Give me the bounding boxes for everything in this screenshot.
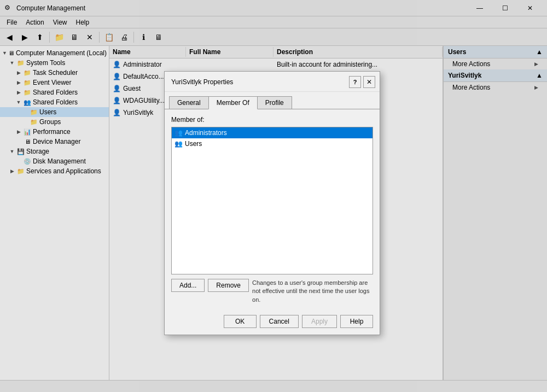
user-icon-guest: 👤: [113, 85, 121, 92]
apply-button[interactable]: Apply: [302, 315, 337, 328]
delete-button[interactable]: ✕: [83, 30, 97, 44]
header-name[interactable]: Name: [109, 47, 186, 57]
actions-more-actions-yurisvitlyk-label: More Actions: [452, 84, 490, 91]
toolbar-separator-2: [99, 32, 100, 43]
forward-button[interactable]: ▶: [18, 30, 32, 44]
tree-item-storage[interactable]: ▼ 💾 Storage: [0, 147, 109, 156]
tab-general[interactable]: General: [169, 96, 209, 109]
tree-label-event-viewer: Event Viewer: [33, 79, 71, 86]
folder-icon-services-apps: 📁: [16, 167, 25, 175]
ok-button[interactable]: OK: [224, 315, 257, 328]
tree-label-groups: Groups: [39, 118, 61, 126]
actions-section-title-users: Users: [448, 48, 466, 56]
tree-item-event-viewer[interactable]: ▶ 📁 Event Viewer: [0, 78, 109, 87]
list-row-administrator[interactable]: 👤 Administrator Built-in account for adm…: [109, 58, 443, 71]
folder-icon-storage: 💾: [16, 147, 25, 156]
member-list-item-users[interactable]: 👥 Users: [172, 138, 373, 149]
user-icon-wdagutility: 👤: [113, 97, 121, 104]
properties-button[interactable]: 📋: [102, 30, 116, 44]
group-icon-users: 👥: [174, 139, 183, 148]
folder-icon-shared-folders: 📁: [23, 88, 32, 97]
tree-item-users[interactable]: 📁 Users: [0, 107, 109, 117]
tree-item-task-scheduler[interactable]: ▶ 📁 Task Scheduler: [0, 68, 109, 78]
menu-file[interactable]: File: [2, 17, 21, 27]
remove-button[interactable]: Remove: [208, 279, 249, 292]
tree-label-disk-management: Disk Management: [33, 157, 86, 165]
tree-label-users: Users: [39, 108, 56, 116]
tree-toggle-storage: ▼: [9, 149, 15, 154]
mmc-button[interactable]: 🖥: [152, 30, 166, 44]
tree-root-label: Computer Management (Local): [16, 49, 107, 57]
tree-item-local-users[interactable]: ▼ 👥 Shared Folders: [0, 97, 109, 107]
tree-item-services-apps[interactable]: ▶ 📁 Services and Applications: [0, 166, 109, 176]
toolbar-separator-3: [133, 32, 134, 43]
member-list[interactable]: 👥 Administrators 👥 Users: [171, 127, 373, 274]
connect-button[interactable]: 🖥: [67, 30, 82, 44]
header-description[interactable]: Description: [274, 47, 443, 57]
tree-root[interactable]: ▼ 🖥 Computer Management (Local): [0, 48, 109, 58]
tree-label-local-users: Shared Folders: [33, 98, 78, 106]
member-of-label: Member of:: [171, 116, 373, 124]
actions-panel: Users ▲ More Actions ▶ YuriSvitlyk ▲ Mor…: [443, 46, 547, 380]
add-button[interactable]: Add...: [171, 279, 205, 292]
back-button[interactable]: ◀: [2, 30, 16, 44]
minimize-button[interactable]: —: [467, 0, 492, 16]
help-toolbar-button[interactable]: ℹ: [136, 30, 150, 44]
toolbar-separator-1: [49, 32, 50, 43]
tree-toggle-performance: ▶: [15, 129, 22, 134]
close-button[interactable]: ✕: [517, 0, 543, 16]
app-icon: ⚙: [4, 4, 13, 13]
tree-label-system-tools: System Tools: [26, 59, 65, 67]
tab-profile[interactable]: Profile: [257, 96, 292, 109]
tree-toggle-services-apps: ▶: [9, 168, 15, 174]
actions-more-actions-users-arrow: ▶: [534, 61, 538, 67]
user-icon-administrator: 👤: [113, 61, 121, 68]
row-desc-administrator: Built-in account for administering...: [274, 60, 443, 69]
actions-section-chevron-users: ▲: [536, 48, 543, 56]
member-item-label-administrators: Administrators: [185, 129, 227, 137]
icon-device-manager: 🖥: [23, 137, 32, 146]
member-list-item-administrators[interactable]: 👥 Administrators: [172, 127, 373, 138]
list-header: Name Full Name Description: [109, 46, 443, 58]
actions-more-actions-yurisvitlyk[interactable]: More Actions ▶: [444, 82, 547, 93]
tree-label-storage: Storage: [26, 148, 49, 155]
menu-action[interactable]: Action: [21, 17, 48, 27]
tree-item-device-manager[interactable]: 🖥 Device Manager: [0, 137, 109, 147]
user-icon-yurisvitlyk: 👤: [113, 109, 121, 116]
window-controls: — ☐ ✕: [467, 0, 543, 16]
print-button[interactable]: 🖨: [117, 30, 131, 44]
open-button[interactable]: 📁: [52, 30, 66, 44]
cancel-button[interactable]: Cancel: [260, 315, 299, 328]
dialog-title-text: YuriSvitlyk Properties: [171, 78, 233, 86]
tree-label-shared-folders: Shared Folders: [33, 89, 78, 96]
actions-section-chevron-yurisvitlyk: ▲: [536, 72, 543, 79]
actions-more-actions-users[interactable]: More Actions ▶: [444, 58, 547, 69]
row-name-administrator: 👤 Administrator: [109, 60, 186, 69]
tree-item-groups[interactable]: 📁 Groups: [0, 117, 109, 127]
folder-icon-performance: 📊: [23, 127, 32, 136]
dialog-help-button[interactable]: ?: [349, 76, 361, 88]
toolbar: ◀ ▶ ⬆ 📁 🖥 ✕ 📋 🖨 ℹ 🖥: [0, 28, 547, 46]
tree-toggle-local-users: ▼: [15, 100, 22, 105]
member-item-label-users: Users: [185, 140, 202, 148]
dialog-title-buttons: ? ✕: [349, 76, 375, 88]
tree-item-system-tools[interactable]: ▼ 📁 System Tools: [0, 58, 109, 68]
tree-toggle-system-tools: ▼: [9, 60, 15, 66]
menu-help[interactable]: Help: [72, 17, 94, 27]
row-fullname-administrator: [186, 63, 274, 66]
tree-toggle-task-scheduler: ▶: [15, 70, 22, 75]
folder-icon-system-tools: 📁: [16, 58, 25, 67]
tree-item-disk-management[interactable]: 💿 Disk Management: [0, 156, 109, 166]
up-button[interactable]: ⬆: [33, 30, 47, 44]
tab-member-of[interactable]: Member Of: [208, 96, 258, 109]
tree-item-performance[interactable]: ▶ 📊 Performance: [0, 127, 109, 137]
dialog-yurisvitlyk-properties: YuriSvitlyk Properties ? ✕ General Membe…: [164, 71, 380, 335]
icon-disk-management: 💿: [23, 157, 32, 166]
header-fullname[interactable]: Full Name: [186, 47, 274, 57]
tree-item-shared-folders[interactable]: ▶ 📁 Shared Folders: [0, 87, 109, 97]
help-button[interactable]: Help: [340, 315, 373, 328]
menu-view[interactable]: View: [49, 17, 72, 27]
group-icon-administrators: 👥: [174, 128, 183, 137]
maximize-button[interactable]: ☐: [492, 0, 517, 16]
dialog-close-button[interactable]: ✕: [363, 76, 375, 88]
